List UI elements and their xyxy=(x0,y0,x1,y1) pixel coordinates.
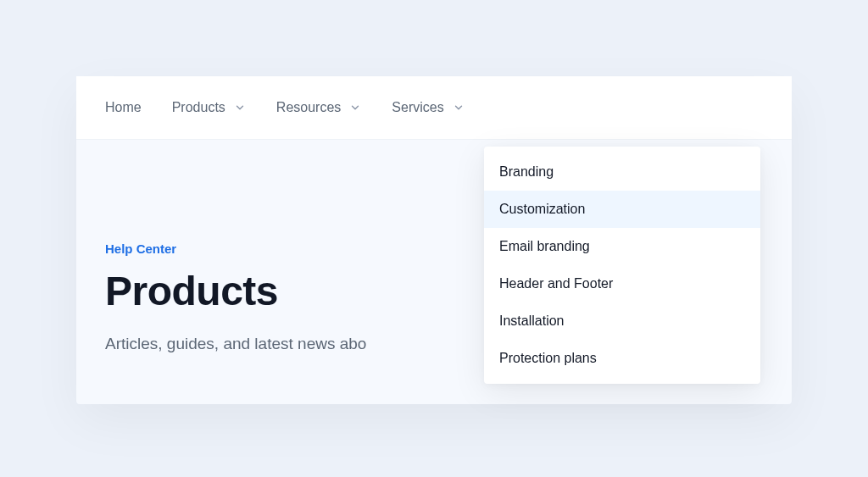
dropdown-item-installation[interactable]: Installation xyxy=(484,302,760,340)
nav-item-home[interactable]: Home xyxy=(105,100,142,115)
nav-item-label: Home xyxy=(105,100,142,115)
nav-item-services[interactable]: Services xyxy=(392,100,464,115)
dropdown-item-email-branding[interactable]: Email branding xyxy=(484,228,760,265)
nav-item-products[interactable]: Products xyxy=(172,100,246,115)
navbar: Home Products Resources Services xyxy=(76,76,792,140)
chevron-down-icon xyxy=(349,102,361,114)
dropdown-item-customization[interactable]: Customization xyxy=(484,191,760,228)
nav-item-label: Services xyxy=(392,100,443,115)
browser-frame: Home Products Resources Services xyxy=(76,76,792,404)
dropdown-item-branding[interactable]: Branding xyxy=(484,153,760,191)
chevron-down-icon xyxy=(234,102,246,114)
chevron-down-icon xyxy=(453,102,465,114)
nav-item-resources[interactable]: Resources xyxy=(276,100,361,115)
dropdown-item-protection-plans[interactable]: Protection plans xyxy=(484,340,760,377)
dropdown-item-header-footer[interactable]: Header and Footer xyxy=(484,265,760,302)
nav-item-label: Resources xyxy=(276,100,341,115)
services-dropdown: Branding Customization Email branding He… xyxy=(484,147,760,384)
nav-item-label: Products xyxy=(172,100,225,115)
